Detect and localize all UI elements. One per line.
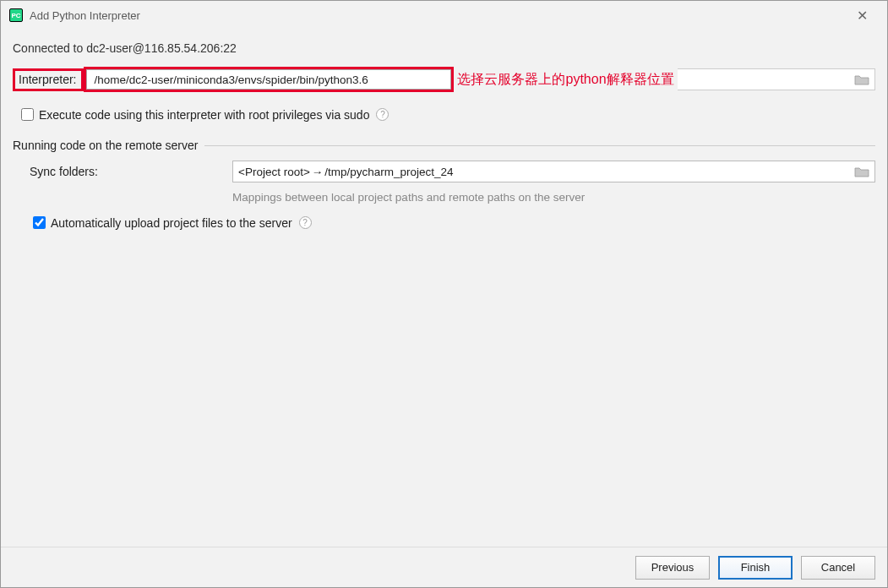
sync-folders-label: Sync folders: — [30, 165, 232, 178]
remote-section-header: Running code on the remote server — [13, 139, 875, 152]
interpreter-annotation: 选择云服务器上的python解释器位置 — [457, 71, 673, 89]
auto-upload-row: Automatically upload project files to th… — [30, 214, 875, 231]
interpreter-field-tail[interactable] — [678, 68, 875, 90]
connection-status: Connected to dc2-user@116.85.54.206:22 — [13, 41, 875, 55]
arrow-right-icon: → — [312, 166, 324, 178]
previous-button[interactable]: Previous — [635, 556, 710, 580]
close-button[interactable]: ✕ — [845, 8, 879, 24]
pycharm-icon: PC — [9, 8, 23, 22]
help-icon[interactable]: ? — [376, 108, 389, 121]
execute-sudo-checkbox[interactable] — [21, 108, 34, 121]
browse-folder-icon[interactable] — [854, 74, 869, 85]
add-interpreter-dialog: PC Add Python Interpreter ✕ Connected to… — [0, 0, 888, 588]
section-divider — [204, 145, 875, 146]
auto-upload-checkbox[interactable] — [33, 216, 46, 229]
execute-sudo-label: Execute code using this interpreter with… — [39, 108, 369, 122]
button-bar: Previous Finish Cancel — [1, 547, 887, 587]
titlebar: PC Add Python Interpreter ✕ — [1, 1, 887, 30]
interpreter-row: Interpreter: 选择云服务器上的python解释器位置 — [13, 67, 875, 92]
spacer — [13, 231, 875, 547]
content-area: Connected to dc2-user@116.85.54.206:22 I… — [1, 30, 887, 547]
browse-folder-icon[interactable] — [854, 166, 869, 177]
sync-folders-input[interactable]: <Project root> → /tmp/pycharm_project_24 — [232, 161, 875, 182]
interpreter-path-highlight — [84, 67, 454, 92]
window-title: Add Python Interpreter — [30, 9, 140, 22]
remote-section-title: Running code on the remote server — [13, 139, 198, 152]
sync-folders-row: Sync folders: <Project root> → /tmp/pych… — [30, 161, 875, 182]
cancel-button[interactable]: Cancel — [801, 556, 875, 580]
help-icon[interactable]: ? — [299, 216, 312, 229]
sync-project-root: <Project root> — [238, 166, 310, 178]
finish-button[interactable]: Finish — [718, 556, 793, 580]
execute-sudo-row: Execute code using this interpreter with… — [18, 106, 875, 123]
mappings-note: Mappings between local project paths and… — [232, 191, 875, 204]
interpreter-label: Interpreter: — [13, 68, 84, 91]
auto-upload-label: Automatically upload project files to th… — [51, 216, 292, 230]
sync-remote-path: /tmp/pycharm_project_24 — [324, 166, 453, 178]
interpreter-path-input[interactable] — [86, 69, 451, 90]
